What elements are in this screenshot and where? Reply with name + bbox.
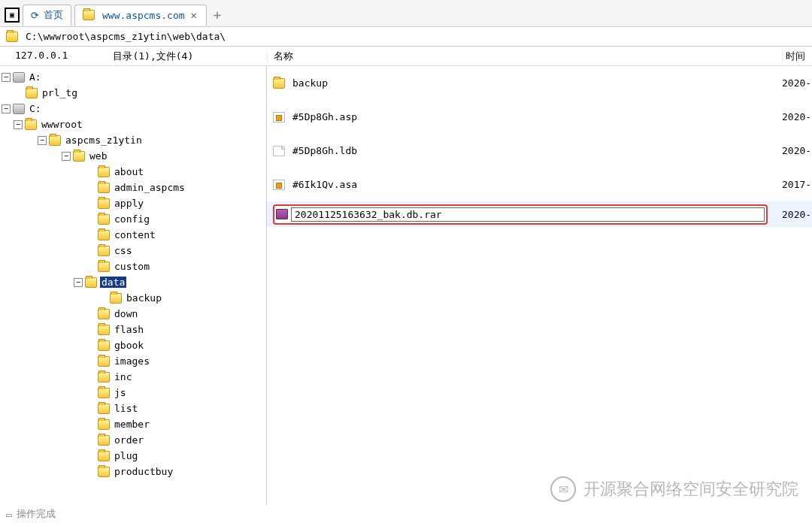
tree-item[interactable]: − wwwroot [2,116,265,132]
file-icon [273,146,285,156]
folder-icon [98,404,110,414]
status-icon: ▭ [6,509,12,520]
drive-icon [13,104,25,114]
folder-icon [98,388,110,398]
col-name[interactable]: 名称 [267,50,782,63]
tree-drive-c[interactable]: − C: [2,101,265,116]
folder-icon [98,167,110,177]
tree-item[interactable]: images [2,353,265,369]
folder-icon [98,198,110,209]
status-bar: ▭ 操作完成 [0,505,812,523]
tree-item[interactable]: css [2,243,265,258]
folder-icon [26,88,38,98]
tree-item[interactable]: flash [2,322,265,337]
main-area: − A: prl_tg − C: − wwwroot − aspcms_z1yt… [0,66,812,505]
folder-icon [25,119,37,130]
tab-home-label: 首页 [44,8,63,22]
file-time: 2017- [782,179,812,190]
tree-item[interactable]: config [2,211,265,227]
file-name: backup [292,77,328,89]
tree-item[interactable]: plug [2,448,265,464]
drive-icon [13,72,25,83]
folder-icon [273,78,285,89]
dir-count-label: 目录(1),文件(4) [113,50,193,63]
new-tab-button[interactable]: + [210,7,225,23]
collapse-icon[interactable]: − [38,136,47,145]
tree-panel: − A: prl_tg − C: − wwwroot − aspcms_z1yt… [0,66,267,505]
folder-icon [98,246,110,256]
collapse-icon[interactable]: − [74,278,83,287]
folder-icon [98,419,110,430]
tree-item[interactable]: member [2,416,265,432]
file-row-editing[interactable]: 2020- [267,201,812,227]
folder-icon [98,372,110,382]
rar-icon [276,209,288,219]
tree-item[interactable]: order [2,432,265,448]
tree-item[interactable]: down [2,306,265,322]
asp-icon [273,180,285,190]
folder-icon [98,451,110,461]
collapse-icon[interactable]: − [2,73,11,82]
tab-active[interactable]: www.aspcms.com ✕ [74,5,207,26]
close-icon[interactable]: ✕ [189,9,198,21]
tree-item-data[interactable]: − data [2,274,265,290]
asp-icon [273,112,285,122]
tree-item[interactable]: productbuy [2,464,265,479]
folder-icon [98,183,110,193]
folder-icon [98,356,110,367]
folder-icon [98,435,110,446]
column-headers: 127.0.0.1 目录(1),文件(4) 名称 时间 [0,47,812,66]
tree-drive-a[interactable]: − A: [2,69,265,85]
folder-icon [49,135,61,146]
file-time: 2020- [782,111,812,122]
path-bar: C:\wwwroot\aspcms_z1ytin\web\data\ [0,27,812,47]
tree-item[interactable]: admin_aspcms [2,180,265,195]
folder-icon [110,293,122,304]
status-text: 操作完成 [17,507,56,521]
tree-item[interactable]: custom [2,258,265,274]
folder-icon [98,262,110,272]
folder-icon [83,10,95,20]
file-list: backup2020-#5Dp8Gh.asp2020-#5Dp8Gh.ldb20… [267,66,812,505]
ip-label: 127.0.0.1 [15,50,68,63]
tree-item[interactable]: list [2,401,265,416]
current-path[interactable]: C:\wwwroot\aspcms_z1ytin\web\data\ [26,31,226,42]
folder-icon [98,230,110,240]
rename-input[interactable] [291,207,765,222]
collapse-icon[interactable]: − [2,104,11,113]
folder-icon [98,325,110,335]
folder-icon [98,467,110,477]
file-name: #5Dp8Gh.asp [292,111,357,122]
tree-item[interactable]: backup [2,290,265,306]
file-name: #5Dp8Gh.ldb [292,145,357,156]
folder-icon [98,214,110,225]
tree-item[interactable]: − aspcms_z1ytin [2,132,265,148]
tree-item[interactable]: content [2,227,265,243]
col-time[interactable]: 时间 [782,50,812,63]
tree-item[interactable]: inc [2,369,265,385]
tree-item[interactable]: apply [2,195,265,211]
tree-item[interactable]: about [2,164,265,180]
collapse-icon[interactable]: − [62,152,71,161]
folder-icon [6,32,18,42]
tab-bar: ▣ ⟳ 首页 www.aspcms.com ✕ + [0,0,812,27]
tree-item[interactable]: gbook [2,337,265,353]
file-row[interactable]: backup2020- [267,66,812,100]
tab-home[interactable]: ⟳ 首页 [23,5,71,26]
rename-highlight [273,204,768,225]
file-time: 2020- [782,145,812,156]
tree-item[interactable]: js [2,385,265,401]
folder-icon [98,309,110,319]
file-row[interactable]: #5Dp8Gh.ldb2020- [267,134,812,168]
folder-icon [98,340,110,351]
folder-icon [85,277,97,288]
collapse-icon[interactable]: − [14,120,23,129]
app-logo: ▣ [5,8,20,23]
tree-item[interactable]: prl_tg [2,85,265,101]
folder-icon [73,151,85,162]
tab-active-label: www.aspcms.com [102,10,185,21]
tree-item[interactable]: − web [2,148,265,164]
file-row[interactable]: #5Dp8Gh.asp2020- [267,100,812,134]
home-icon: ⟳ [31,10,39,21]
file-row[interactable]: #6Ik1Qv.asa2017- [267,168,812,201]
